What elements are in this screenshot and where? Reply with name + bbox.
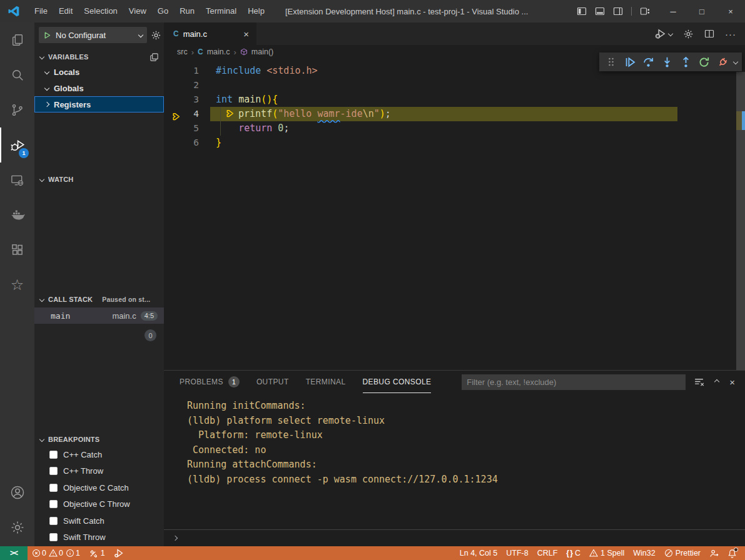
close-panel-icon[interactable]: × [729, 377, 735, 388]
breakpoint-gutter[interactable] [164, 64, 180, 78]
language-mode[interactable]: { } C [562, 549, 585, 558]
clear-console-icon[interactable] [694, 377, 704, 388]
menu-view[interactable]: View [123, 0, 152, 22]
breakpoint-gutter[interactable] [164, 107, 180, 121]
launch-settings-gear-icon[interactable] [151, 30, 161, 41]
settings-gear-icon[interactable] [683, 29, 694, 39]
variables-item-globals[interactable]: Globals [34, 80, 164, 96]
checkbox-unchecked-icon[interactable] [49, 517, 58, 525]
tab-main-c[interactable]: C main.c × [164, 22, 256, 45]
checkbox-unchecked-icon[interactable] [49, 484, 58, 492]
cursor-position[interactable]: Ln 4, Col 5 [455, 549, 502, 558]
section-variables[interactable]: VARIABLES [34, 50, 164, 64]
disconnect-icon[interactable] [715, 54, 731, 70]
checkbox-unchecked-icon[interactable] [49, 500, 58, 508]
run-or-debug-button[interactable] [655, 28, 672, 39]
customize-layout-icon[interactable] [640, 6, 650, 16]
activity-run-debug[interactable]: 1 [0, 128, 34, 162]
breakpoint-gutter[interactable] [164, 121, 180, 136]
breakpoint-label: C++ Throw [63, 466, 103, 476]
code-editor[interactable]: 1#include <stdio.h>23int main(){4printf(… [164, 59, 745, 370]
activity-settings[interactable] [0, 510, 34, 545]
maximize-panel-icon[interactable] [714, 379, 719, 384]
breakpoint-item[interactable]: Swift Throw [34, 529, 164, 546]
chevron-down-icon[interactable] [733, 59, 738, 64]
tab-close-icon[interactable]: × [243, 29, 249, 39]
copy-icon[interactable] [150, 52, 159, 62]
activity-accounts[interactable] [0, 475, 34, 510]
breakpoint-item[interactable]: C++ Catch [34, 446, 164, 463]
menu-run[interactable]: Run [174, 0, 200, 22]
restart-icon[interactable] [697, 54, 712, 70]
platform-status[interactable]: Win32 [629, 549, 659, 558]
tools-status[interactable]: 1 [84, 546, 109, 560]
minimize-button[interactable]: ─ [659, 0, 687, 22]
section-call-stack[interactable]: CALL STACK Paused on st... [34, 292, 164, 306]
breakpoint-item[interactable]: Objective C Catch [34, 479, 164, 496]
activity-source-control[interactable] [0, 92, 34, 128]
menu-file[interactable]: File [29, 0, 53, 22]
warning-icon [49, 549, 58, 558]
breadcrumb-src[interactable]: src [177, 48, 188, 56]
stack-frame-row[interactable]: main main.c 4:5 [34, 308, 164, 324]
variables-item-registers[interactable]: Registers [34, 96, 164, 112]
encoding[interactable]: UTF-8 [502, 549, 532, 558]
activity-remote-explorer[interactable] [0, 162, 34, 198]
step-into-icon[interactable] [659, 54, 675, 70]
breakpoint-item[interactable]: Swift Catch [34, 512, 164, 529]
debug-config-dropdown[interactable]: No Configurat [39, 27, 147, 43]
menu-selection[interactable]: Selection [78, 0, 123, 22]
toggle-panel-icon[interactable] [595, 6, 605, 16]
maximize-button[interactable]: □ [687, 0, 716, 22]
feedback-status[interactable] [705, 549, 723, 558]
panel-tab-output[interactable]: OUTPUT [256, 371, 289, 393]
activity-wamr-ide[interactable]: ☆ [0, 268, 34, 302]
breakpoint-item[interactable]: Objective C Throw [34, 496, 164, 513]
chevron-right-icon [44, 102, 49, 107]
panel-tab-terminal[interactable]: TERMINAL [306, 371, 346, 393]
breakpoint-gutter[interactable] [164, 92, 180, 107]
toggle-sidebar-icon[interactable] [577, 6, 587, 16]
more-actions-icon[interactable]: ··· [725, 29, 736, 39]
overview-debug-mark [736, 111, 742, 130]
menu-go[interactable]: Go [152, 0, 174, 22]
continue-icon[interactable] [622, 54, 638, 70]
checkbox-unchecked-icon[interactable] [49, 533, 58, 541]
section-breakpoints[interactable]: BREAKPOINTS [34, 432, 164, 446]
checkbox-unchecked-icon[interactable] [49, 451, 58, 459]
close-button[interactable]: × [716, 0, 745, 22]
menu-edit[interactable]: Edit [53, 0, 78, 22]
split-editor-icon[interactable] [704, 29, 714, 39]
panel-tab-debug-console[interactable]: DEBUG CONSOLE [363, 371, 432, 393]
breakpoint-gutter[interactable] [164, 136, 180, 150]
menu-help[interactable]: Help [242, 0, 270, 22]
toolbar-grip[interactable] [604, 54, 619, 70]
breakpoint-gutter[interactable] [164, 78, 180, 92]
checkbox-unchecked-icon[interactable] [49, 467, 58, 475]
eol-sequence[interactable]: CRLF [533, 549, 562, 558]
chevron-down-icon [39, 437, 44, 442]
activity-extensions[interactable] [0, 232, 34, 268]
toggle-secondary-sidebar-icon[interactable] [613, 6, 623, 16]
variables-item-locals[interactable]: Locals [34, 64, 164, 80]
spell-checker-status[interactable]: 1 Spell [585, 549, 629, 558]
activity-search[interactable] [0, 58, 34, 92]
menu-terminal[interactable]: Terminal [200, 0, 242, 22]
panel-tab-problems[interactable]: PROBLEMS1 [180, 371, 240, 393]
notifications-status[interactable] [723, 549, 741, 558]
activity-explorer[interactable] [0, 22, 34, 58]
section-watch[interactable]: WATCH [34, 172, 164, 186]
breadcrumb-symbol[interactable]: main() [251, 48, 273, 56]
breadcrumb-file[interactable]: main.c [207, 48, 230, 56]
debug-status[interactable] [109, 546, 128, 560]
console-filter-input[interactable] [462, 374, 686, 390]
remote-indicator[interactable]: >< [0, 546, 28, 560]
step-out-icon[interactable] [678, 54, 694, 70]
debug-console-input[interactable] [164, 529, 745, 546]
formatter-status[interactable]: Prettier [660, 549, 705, 558]
breakpoint-item[interactable]: C++ Throw [34, 463, 164, 480]
problems-status[interactable]: 0 0 1 [28, 546, 84, 560]
prettier-slash-icon [664, 549, 673, 558]
step-over-icon[interactable] [641, 54, 656, 70]
activity-docker[interactable] [0, 198, 34, 232]
